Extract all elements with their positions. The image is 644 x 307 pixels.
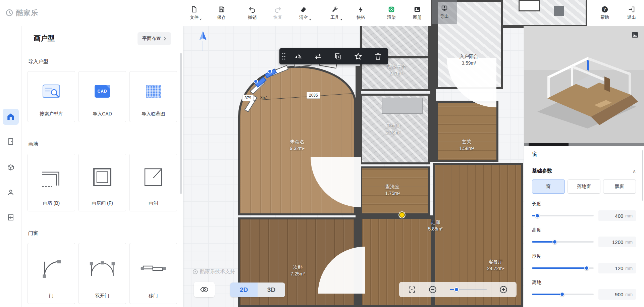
- toolbar-button-export[interactable]: 导出: [432, 0, 457, 24]
- preview-scrollbar-handle[interactable]: [529, 143, 568, 146]
- view-2d-button[interactable]: 2D: [230, 283, 258, 297]
- param-elevation: 离地 900 mm: [532, 279, 636, 300]
- sliding-door-icon: [130, 243, 177, 293]
- property-panel: 窗 基础参数 ∧ 窗 落地窗 飘窗 长度 400 mm: [524, 26, 644, 307]
- room-hallway[interactable]: [436, 101, 498, 162]
- plan-fragment: [503, 0, 587, 28]
- toolbar-button-undo[interactable]: 撤销: [241, 3, 263, 23]
- toolbar-button-render[interactable]: 渲染: [380, 3, 402, 23]
- tab-bay-window[interactable]: 飘窗: [603, 180, 636, 194]
- card-door[interactable]: 门: [28, 243, 75, 304]
- toolbar-button-redo[interactable]: 恢复: [267, 3, 289, 23]
- fit-view-icon[interactable]: [408, 286, 416, 294]
- elevation-slider-thumb[interactable]: [560, 292, 565, 297]
- logo-icon: [5, 9, 13, 17]
- card-import-cad[interactable]: CAD 导入CAD: [78, 71, 126, 122]
- preview-scrollbar[interactable]: [524, 143, 644, 146]
- basic-params-header: 基础参数 ∧: [532, 168, 636, 174]
- zoom-slider-thumb[interactable]: [454, 287, 459, 292]
- thickness-slider[interactable]: [532, 267, 594, 269]
- preview-snapshot-button[interactable]: [630, 30, 640, 40]
- window-block: [519, 0, 540, 11]
- snap-point[interactable]: [399, 212, 405, 218]
- undo-icon: [249, 6, 256, 13]
- elevation-value-input[interactable]: 900 mm: [598, 289, 636, 300]
- toolbar-button-quick-build[interactable]: 快搭: [350, 3, 372, 23]
- length-slider-thumb[interactable]: [535, 213, 540, 218]
- toolbar-button-tools[interactable]: 工具: [324, 3, 346, 23]
- card-draw-wall[interactable]: 画墙 (B): [28, 154, 75, 211]
- card-double-door[interactable]: 双开门: [78, 243, 126, 304]
- card-draw-room[interactable]: 画房间 (F): [78, 154, 126, 211]
- cad-icon: CAD: [79, 71, 126, 111]
- collapse-chevron-icon[interactable]: ∧: [633, 168, 636, 174]
- rail-item-floorplan[interactable]: [3, 109, 19, 125]
- tab-window[interactable]: 窗: [532, 180, 565, 194]
- card-import-trace[interactable]: 导入临摹图: [129, 71, 177, 122]
- length-value-input[interactable]: 400 mm: [598, 210, 636, 221]
- height-value-input[interactable]: 1200 mm: [598, 237, 636, 247]
- svg-text:?: ?: [603, 7, 606, 12]
- app-window: 379 357 2035 未命名 9.32m² 设备平台 0.7m² 入户阳台 …: [0, 0, 644, 307]
- watermark-logo-icon: [193, 269, 198, 274]
- property-panel-scrollbar[interactable]: [642, 150, 643, 201]
- card-draw-opening[interactable]: 画洞: [129, 154, 177, 211]
- bathroom-vanity[interactable]: [382, 98, 423, 114]
- zoom-in-icon[interactable]: [499, 285, 508, 294]
- height-slider-thumb[interactable]: [552, 240, 557, 244]
- mirror-icon[interactable]: [288, 48, 308, 64]
- toolbar-button-clear[interactable]: 清空: [292, 3, 315, 23]
- toolbar-button-save[interactable]: 保存: [210, 3, 232, 23]
- floorplan-panel: 画户型 平面布置 导入户型 搜索户型库: [21, 26, 183, 307]
- person-icon: [7, 189, 15, 197]
- topbar-right: ? 帮助 退出: [587, 0, 644, 26]
- rail-item-people[interactable]: [3, 185, 19, 201]
- wrench-icon: [331, 6, 338, 13]
- param-thickness: 厚度 120 mm: [532, 253, 636, 273]
- rail-item-furniture[interactable]: [3, 159, 19, 175]
- favorite-icon[interactable]: [348, 48, 368, 64]
- single-door-icon: [28, 243, 75, 293]
- trace-image-icon: [130, 71, 177, 111]
- selected-element-title: 窗: [532, 151, 636, 158]
- delete-icon[interactable]: [368, 48, 388, 64]
- help-button[interactable]: ? 帮助: [594, 3, 616, 23]
- rail-item-doors[interactable]: [3, 134, 19, 150]
- lightning-icon: [357, 6, 365, 13]
- rail-item-cabinets[interactable]: [3, 209, 19, 225]
- exit-button[interactable]: 退出: [621, 3, 643, 23]
- draw-opening-icon: [130, 154, 177, 200]
- plan-layout-button[interactable]: 平面布置: [138, 32, 171, 45]
- top-toolbar: 酷家乐 文件 保存 撤销 恢复 清空: [0, 0, 431, 26]
- door-icon: [7, 138, 15, 146]
- door-swing-arc: [447, 58, 496, 107]
- zoom-out-icon[interactable]: [428, 285, 437, 294]
- draw-wall-icon: [28, 154, 75, 200]
- swap-icon[interactable]: [308, 48, 328, 64]
- double-door-icon: [79, 243, 126, 293]
- thickness-slider-thumb[interactable]: [584, 266, 589, 270]
- panel-scrollbar[interactable]: [180, 53, 182, 194]
- floorplan-home-icon: [6, 112, 15, 121]
- view-mode-toggle: 2D 3D: [230, 283, 285, 297]
- toolbar-button-file[interactable]: 文件: [183, 3, 205, 23]
- 3d-preview[interactable]: [524, 26, 644, 146]
- thickness-value-input[interactable]: 120 mm: [598, 263, 636, 273]
- card-search-library[interactable]: 搜索户型库: [28, 71, 75, 122]
- length-slider[interactable]: [532, 215, 594, 216]
- duplicate-icon[interactable]: [328, 48, 348, 64]
- window-handle[interactable]: [254, 79, 258, 84]
- window-handle[interactable]: [268, 69, 272, 73]
- tab-floor-window[interactable]: 落地窗: [568, 180, 600, 194]
- zoom-slider[interactable]: [450, 289, 487, 290]
- exit-icon: [628, 6, 635, 13]
- room-bathroom[interactable]: [360, 94, 430, 164]
- toolbar-button-album[interactable]: 图册: [406, 3, 428, 23]
- card-sliding-door[interactable]: 移门: [129, 243, 177, 304]
- height-slider[interactable]: [532, 241, 594, 243]
- elevation-slider[interactable]: [532, 294, 594, 295]
- visibility-button[interactable]: [194, 282, 215, 297]
- room-washroom[interactable]: [360, 166, 430, 215]
- view-3d-button[interactable]: 3D: [258, 283, 285, 297]
- drag-handle-icon[interactable]: [279, 53, 288, 60]
